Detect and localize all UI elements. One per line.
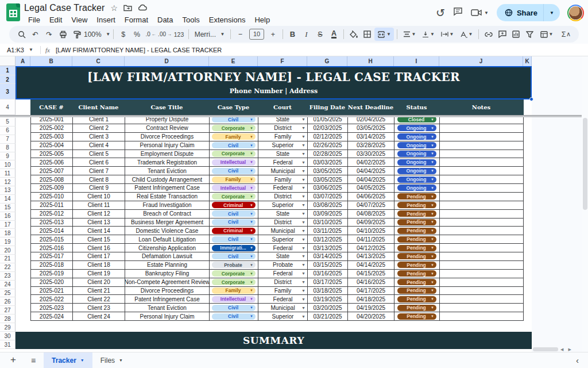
cell-court[interactable]: State▼ xyxy=(258,252,308,261)
cell-filing-date[interactable]: 03/06/2025 xyxy=(308,184,348,193)
status-chip[interactable]: Pending▼ xyxy=(397,296,436,302)
table-header-cell[interactable]: Notes xyxy=(439,99,523,115)
court-dropdown-icon[interactable]: ▼ xyxy=(301,152,305,156)
case-type-chip[interactable]: Probate▼ xyxy=(212,262,256,268)
cell-status[interactable]: Pending▼ xyxy=(394,304,440,312)
row-header-29[interactable]: 29 xyxy=(0,323,16,332)
menu-data[interactable]: Data xyxy=(153,15,177,25)
zoom-select[interactable]: 100% ▼ xyxy=(84,28,110,41)
court-dropdown-icon[interactable]: ▼ xyxy=(301,126,305,130)
court-dropdown-icon[interactable]: ▼ xyxy=(301,203,305,207)
cell-case-number[interactable]: 2025-014 xyxy=(31,227,73,235)
cell-client-name[interactable]: Client 15 xyxy=(73,235,125,244)
column-header-h[interactable]: H xyxy=(347,56,394,66)
row-header-10[interactable]: 10 xyxy=(0,160,16,169)
cell-case-title[interactable]: Estate Planning xyxy=(125,261,210,270)
sheet-tab-dropdown-icon[interactable]: ▼ xyxy=(80,358,84,362)
cell-filing-date[interactable]: 03/11/2025 xyxy=(308,227,348,235)
status-chip[interactable]: Pending▼ xyxy=(397,305,436,311)
cell-notes[interactable] xyxy=(440,235,524,244)
court-dropdown-icon[interactable]: ▼ xyxy=(301,254,305,258)
cell-case-title[interactable]: Child Custody Arrangement xyxy=(125,175,210,184)
cell-filing-date[interactable]: 03/10/2025 xyxy=(308,218,348,227)
cell-case-type[interactable]: Civil▼ xyxy=(210,235,258,244)
row-header-12[interactable]: 12 xyxy=(0,178,16,186)
horizontal-scrollbar[interactable]: ◀▶ xyxy=(533,347,582,352)
cell-notes[interactable] xyxy=(440,312,524,321)
case-type-chip[interactable]: Intellectual▼ xyxy=(212,159,256,166)
cell-case-number[interactable]: 2025-007 xyxy=(31,167,73,175)
row-header-20[interactable]: 20 xyxy=(0,246,16,255)
cell-notes[interactable] xyxy=(440,141,524,150)
row-header-4[interactable]: 4 xyxy=(0,99,16,115)
cell-next-deadline[interactable]: 04/10/2025 xyxy=(348,227,394,235)
table-header-cell[interactable]: Court xyxy=(258,99,307,115)
court-dropdown-icon[interactable]: ▼ xyxy=(301,169,305,173)
cell-case-title[interactable]: Tenant Eviction xyxy=(125,167,210,175)
cell-court[interactable]: Superior▼ xyxy=(258,235,308,244)
cell-case-title[interactable]: Contract Review xyxy=(125,124,210,133)
cell-case-number[interactable]: 2025-018 xyxy=(31,261,73,270)
table-header-cell[interactable]: Next Deadline xyxy=(347,99,394,115)
cell-notes[interactable] xyxy=(440,175,524,184)
cell-notes[interactable] xyxy=(440,167,524,175)
cell-client-name[interactable]: Client 14 xyxy=(73,227,125,235)
cell-case-type[interactable]: Intellectual▼ xyxy=(210,295,258,304)
cell-filing-date[interactable]: 03/17/2025 xyxy=(308,278,348,287)
row-header-11[interactable]: 11 xyxy=(0,169,16,178)
row-header-31[interactable]: 31 xyxy=(0,340,16,349)
cell-notes[interactable] xyxy=(440,201,524,210)
cell-notes[interactable] xyxy=(440,270,524,278)
cell-next-deadline[interactable]: 04/12/2025 xyxy=(348,244,394,252)
cell-client-name[interactable]: Client 13 xyxy=(73,218,125,227)
row-header-24[interactable]: 24 xyxy=(0,281,16,289)
menu-format[interactable]: Format xyxy=(121,15,152,25)
row-header-23[interactable]: 23 xyxy=(0,272,16,281)
cell-status[interactable]: Ongoing▼ xyxy=(394,175,440,184)
cell-case-title[interactable]: Trademark Registration xyxy=(125,158,210,167)
cell-status[interactable]: Ongoing▼ xyxy=(394,150,440,159)
font-select[interactable]: Merri... ▼ xyxy=(192,28,227,41)
cell-notes[interactable] xyxy=(440,218,524,227)
court-dropdown-icon[interactable]: ▼ xyxy=(301,186,305,190)
cell-status[interactable]: Ongoing▼ xyxy=(394,133,440,141)
row-header-6[interactable]: 6 xyxy=(0,126,16,135)
name-box-dropdown-icon[interactable]: ▼ xyxy=(29,47,33,52)
vertical-scrollbar[interactable] xyxy=(583,118,587,210)
cell-client-name[interactable]: Client 10 xyxy=(73,193,125,201)
cell-notes[interactable] xyxy=(440,210,524,218)
cell-next-deadline[interactable]: 04/09/2025 xyxy=(348,218,394,227)
cell-court[interactable]: State▼ xyxy=(258,210,308,218)
cell-client-name[interactable]: Client 16 xyxy=(73,244,125,252)
cell-case-number[interactable]: 2025-009 xyxy=(31,184,73,193)
court-dropdown-icon[interactable]: ▼ xyxy=(301,160,305,164)
cell-case-type[interactable]: Corporate▼ xyxy=(210,124,258,133)
cell-case-type[interactable]: Family▼ xyxy=(210,133,258,141)
cell-client-name[interactable]: Client 8 xyxy=(73,175,125,184)
cell-case-type[interactable]: Family▼ xyxy=(210,287,258,296)
cell-client-name[interactable]: Client 23 xyxy=(73,304,125,312)
cell-filing-date[interactable]: 03/12/2025 xyxy=(308,235,348,244)
cell-case-number[interactable]: 2025-012 xyxy=(31,210,73,218)
column-header-g[interactable]: G xyxy=(307,56,347,66)
case-type-chip[interactable]: Civil▼ xyxy=(212,116,256,122)
status-chip[interactable]: Ongoing▼ xyxy=(397,177,436,183)
case-type-chip[interactable]: Immigrati...▼ xyxy=(212,245,256,251)
cell-case-type[interactable]: Civil▼ xyxy=(210,252,258,261)
case-type-chip[interactable]: Civil▼ xyxy=(212,142,256,148)
menu-file[interactable]: File xyxy=(24,15,44,25)
case-type-chip[interactable]: Civil▼ xyxy=(212,305,256,311)
sheet-tab-files[interactable]: Files▼ xyxy=(92,352,131,368)
redo-icon[interactable]: ↷ xyxy=(42,28,56,41)
cell-notes[interactable] xyxy=(440,278,524,287)
insert-link-icon[interactable] xyxy=(482,28,495,41)
cell-court[interactable]: Federal▼ xyxy=(258,244,308,252)
fill-handle[interactable] xyxy=(529,97,533,101)
cell-case-title[interactable]: Employment Dispute xyxy=(125,150,210,159)
status-chip[interactable]: Pending▼ xyxy=(397,228,436,234)
cell-court[interactable]: Family▼ xyxy=(258,133,308,141)
cell-court[interactable]: Federal▼ xyxy=(258,295,308,304)
cell-case-number[interactable]: 2025-005 xyxy=(31,150,73,159)
column-header-d[interactable]: D xyxy=(125,56,209,66)
cell-court[interactable]: State▼ xyxy=(258,150,308,159)
